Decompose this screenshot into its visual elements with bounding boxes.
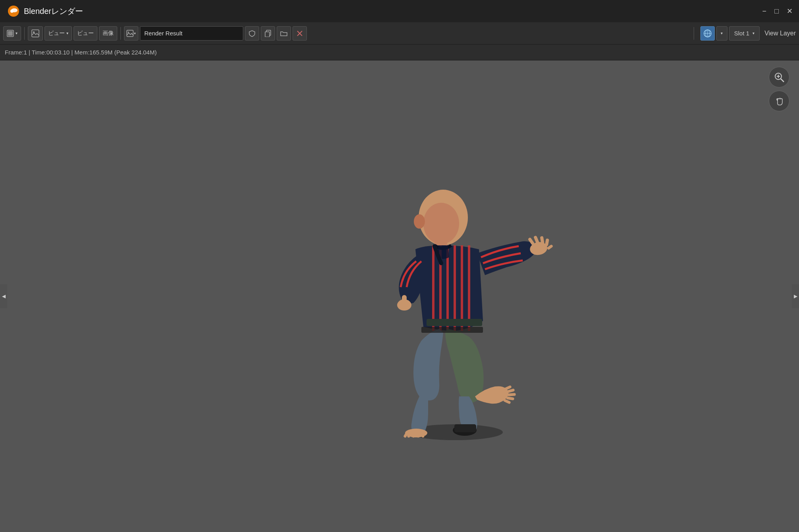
view-menu2-label: ビュー (77, 30, 94, 37)
image-menu-button[interactable]: 画像 (99, 26, 117, 41)
render-image-icon-button[interactable]: ▾ (124, 26, 138, 41)
close-render-button[interactable] (293, 26, 307, 41)
svg-line-50 (423, 431, 423, 436)
status-text: Frame:1 | Time:00:03.10 | Mem:165.59M (P… (5, 49, 157, 56)
copy-button[interactable] (261, 26, 275, 41)
shield-button[interactable] (245, 26, 259, 41)
svg-rect-40 (402, 295, 407, 304)
svg-line-37 (547, 240, 547, 245)
svg-rect-27 (432, 245, 434, 331)
folder-button[interactable] (277, 26, 291, 41)
svg-line-53 (509, 394, 514, 395)
editor-type-button[interactable]: ▾ (3, 26, 21, 41)
view-menu-label: ビュー (48, 30, 65, 37)
svg-line-38 (549, 246, 551, 248)
svg-rect-8 (127, 30, 133, 37)
svg-rect-42 (421, 327, 483, 333)
svg-rect-44 (454, 424, 476, 432)
zoom-icon (774, 72, 785, 83)
viewport-tools (769, 67, 789, 111)
right-expand-arrow[interactable]: ▶ (792, 284, 799, 308)
left-expand-arrow[interactable]: ◀ (0, 284, 7, 308)
maximize-button[interactable]: □ (774, 8, 779, 15)
toolbar: ▾ ビュー ▾ ビュー 画像 ▾ (0, 22, 799, 45)
globe-icon (703, 29, 712, 38)
titlebar: Blenderレンダー − □ ✕ (0, 0, 799, 22)
app-title: Blenderレンダー (24, 6, 83, 17)
svg-line-35 (535, 237, 537, 242)
svg-rect-6 (32, 30, 39, 37)
dropdown-sm-arrow: ▾ (134, 31, 136, 35)
window-controls: − □ ✕ (762, 8, 793, 15)
view-menu-arrow: ▾ (66, 31, 68, 35)
view-menu-button[interactable]: ビュー ▾ (45, 26, 72, 41)
pan-tool-button[interactable] (769, 91, 789, 111)
hand-pan-icon (774, 95, 785, 107)
globe-dropdown-button[interactable]: ▾ (716, 26, 727, 41)
svg-line-36 (542, 238, 543, 243)
svg-rect-30 (454, 245, 456, 331)
globe-button[interactable] (700, 26, 715, 41)
svg-line-52 (508, 390, 513, 392)
shield-icon (248, 30, 256, 37)
statusbar: Frame:1 | Time:00:03.10 | Mem:165.59M (P… (0, 45, 799, 60)
render-character (328, 162, 566, 442)
viewport[interactable]: ◀ ▶ (0, 60, 799, 532)
svg-rect-41 (427, 319, 482, 326)
globe-dropdown-arrow-icon: ▾ (721, 31, 723, 35)
slot-area: ▾ Slot 1 ▾ View Layer (700, 26, 796, 41)
svg-rect-32 (468, 245, 470, 331)
logo-area: Blenderレンダー (6, 4, 83, 18)
render-result-input[interactable] (140, 26, 243, 41)
svg-line-49 (418, 431, 419, 436)
close-button[interactable]: ✕ (787, 8, 793, 15)
zoom-tool-button[interactable] (769, 67, 789, 87)
left-arrow-icon: ◀ (2, 293, 6, 299)
view-menu2-button[interactable]: ビュー (74, 26, 97, 41)
dropdown-arrow-icon: ▾ (16, 31, 17, 35)
svg-line-47 (409, 431, 411, 436)
svg-line-19 (781, 79, 784, 82)
slot-selector-button[interactable]: Slot 1 ▾ (729, 26, 760, 41)
editor-icon (7, 30, 14, 37)
svg-point-25 (414, 214, 425, 229)
image-menu-label: 画像 (103, 30, 114, 37)
render-result-area: ▾ (124, 26, 690, 41)
separator-1 (24, 27, 25, 40)
folder-icon (280, 30, 287, 37)
slot-dropdown-icon: ▾ (752, 31, 754, 35)
blender-logo-icon (6, 4, 21, 18)
separator-2 (120, 27, 121, 40)
svg-point-3 (10, 10, 14, 13)
svg-line-54 (508, 398, 513, 399)
render-image-icon (126, 30, 134, 37)
svg-line-55 (505, 400, 509, 402)
image-icon-button[interactable] (28, 26, 43, 41)
view-layer-label: View Layer (764, 30, 796, 37)
slot-label-text: Slot 1 (734, 30, 749, 37)
close-icon (297, 30, 303, 37)
svg-rect-11 (265, 32, 270, 37)
image-preview-icon (31, 29, 39, 37)
copy-icon (264, 30, 272, 37)
separator-3 (694, 27, 694, 40)
svg-rect-31 (461, 245, 463, 331)
svg-rect-5 (8, 31, 13, 36)
svg-point-24 (423, 203, 459, 244)
svg-line-48 (413, 431, 415, 436)
svg-line-51 (505, 387, 510, 389)
right-arrow-icon: ▶ (794, 293, 797, 299)
character-svg (328, 162, 566, 440)
minimize-button[interactable]: − (762, 8, 767, 15)
